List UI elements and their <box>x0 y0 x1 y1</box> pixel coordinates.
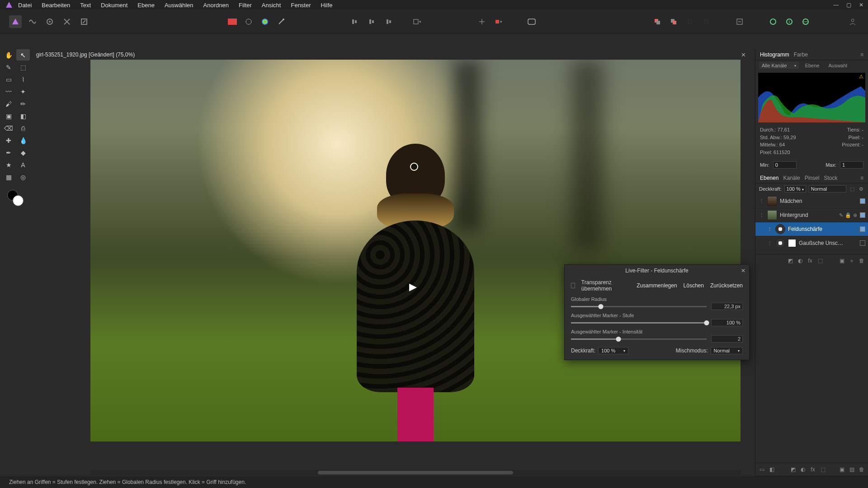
lf2-b-icon[interactable]: ◧ <box>768 466 775 473</box>
slider-intensitaet-value[interactable]: 2 <box>711 335 743 343</box>
tb-pixel-dropdown[interactable]: ▾ <box>492 15 505 28</box>
live-filter-dialog[interactable]: Live-Filter - Feldunschärfe ✕ Transparen… <box>564 264 750 360</box>
slider-intensitaet[interactable] <box>571 338 707 340</box>
lf-group-icon[interactable]: ▣ <box>838 257 845 264</box>
menu-datei[interactable]: Datei <box>18 2 32 9</box>
layer-check[interactable] <box>860 240 865 246</box>
window-maximize-icon[interactable]: ▢ <box>845 2 852 8</box>
blur-marker-handle[interactable] <box>410 163 418 171</box>
visibility-icon[interactable]: ⋮ <box>766 226 773 232</box>
tb-order-back-icon[interactable] <box>651 15 664 28</box>
layer-maedchen[interactable]: ⋮ Mädchen <box>755 194 868 208</box>
merge-button[interactable]: Zusammenlegen <box>637 282 677 289</box>
layer-check[interactable] <box>860 226 865 232</box>
tool-eraser-icon[interactable]: ⌫ <box>2 122 15 134</box>
tb-preview-icon[interactable] <box>525 15 538 28</box>
layer-check[interactable] <box>860 212 865 218</box>
slider-stufe[interactable] <box>571 322 707 324</box>
lf2-d-icon[interactable]: ◐ <box>799 466 807 473</box>
lf-add-icon[interactable]: ＋ <box>848 257 855 264</box>
reset-button[interactable]: Zurücksetzen <box>710 282 743 289</box>
lf2-g-icon[interactable]: ▣ <box>838 466 845 473</box>
tool-crop-icon[interactable]: ⬚ <box>16 61 30 73</box>
tb-circle-icon[interactable] <box>242 15 255 28</box>
transparency-checkbox[interactable] <box>571 283 575 288</box>
tb-sync-icon[interactable] <box>767 15 779 28</box>
tb-more2-icon[interactable]: ⬚ <box>700 15 712 28</box>
tb-gradient-icon[interactable] <box>226 15 239 28</box>
tab-ebenen[interactable]: Ebenen <box>760 175 778 181</box>
menu-bearbeiten[interactable]: Bearbeiten <box>42 2 70 9</box>
tool-blur-icon[interactable]: 💧 <box>16 135 30 146</box>
menu-filter[interactable]: Filter <box>239 2 252 9</box>
lock-icon[interactable]: 🔒 <box>845 212 851 218</box>
tb-align-left-icon[interactable] <box>349 15 362 28</box>
lf2-c-icon[interactable]: ◩ <box>789 466 797 473</box>
tool-brush-icon[interactable]: 🖌 <box>2 98 15 109</box>
lf2-a-icon[interactable]: ▭ <box>758 466 765 473</box>
canvas-hscrollbar[interactable] <box>90 470 741 475</box>
tb-align-center-icon[interactable] <box>365 15 378 28</box>
canvas[interactable]: ▶ <box>90 60 741 441</box>
persona-export-icon[interactable] <box>78 15 90 28</box>
delete-button[interactable]: Löschen <box>684 282 704 289</box>
hist-btn-ebene[interactable]: Ebene <box>802 62 822 69</box>
layers-menu-icon[interactable]: ≡ <box>860 175 863 181</box>
tab-stock[interactable]: Stock <box>824 175 837 181</box>
menu-dokument[interactable]: Dokument <box>101 2 127 9</box>
tb-wand-icon[interactable] <box>275 15 288 28</box>
tb-snap-icon[interactable] <box>476 15 488 28</box>
max-input[interactable] <box>840 161 863 169</box>
link-icon[interactable]: ⊕ <box>853 212 857 218</box>
tool-gradient-icon[interactable]: ◧ <box>16 110 30 122</box>
tool-heal-icon[interactable]: ✚ <box>2 135 15 146</box>
tab-histogram[interactable]: Histogramm <box>760 52 789 58</box>
tool-grid-icon[interactable]: ▦ <box>2 171 15 183</box>
tool-pen-icon[interactable]: ✒ <box>2 147 15 158</box>
layer-check[interactable] <box>860 198 865 204</box>
slider-stufe-value[interactable]: 100 % <box>711 319 743 326</box>
lf2-e-icon[interactable]: fx <box>809 466 816 473</box>
tb-align-right-icon[interactable] <box>382 15 394 28</box>
lf2-i-icon[interactable]: 🗑 <box>858 466 865 473</box>
tb-account-icon[interactable] <box>846 15 859 28</box>
menu-ansicht[interactable]: Ansicht <box>262 2 281 9</box>
persona-tone-icon[interactable] <box>61 15 73 28</box>
lf-delete-icon[interactable]: 🗑 <box>858 257 865 264</box>
visibility-icon[interactable]: ⋮ <box>766 240 773 246</box>
tool-target-icon[interactable]: ◎ <box>16 171 30 183</box>
panel-menu-icon[interactable]: ≡ <box>860 52 863 58</box>
menu-anordnen[interactable]: Anordnen <box>203 2 229 9</box>
tool-text-icon[interactable]: A <box>16 159 30 170</box>
visibility-icon[interactable]: ⋮ <box>758 198 764 204</box>
lf2-h-icon[interactable]: ▤ <box>848 466 855 473</box>
tb-assistant-icon[interactable] <box>733 15 746 28</box>
filter-close-icon[interactable]: ✕ <box>741 267 745 274</box>
tool-star-icon[interactable]: ★ <box>2 159 15 170</box>
tool-hand-icon[interactable]: ✋ <box>2 49 15 61</box>
tab-pinsel[interactable]: Pinsel <box>805 175 820 181</box>
hist-btn-auswahl[interactable]: Auswahl <box>826 62 850 69</box>
menu-ebene[interactable]: Ebene <box>137 2 155 9</box>
tab-kanaele[interactable]: Kanäle <box>783 175 800 181</box>
tool-selection-icon[interactable]: ▭ <box>2 74 15 85</box>
tool-magic-icon[interactable]: ✦ <box>16 86 30 97</box>
menu-auswaehlen[interactable]: Auswählen <box>165 2 193 9</box>
slider-radius[interactable] <box>571 306 707 307</box>
layer-feldunschaerfe[interactable]: ⋮ Feldunschärfe <box>755 222 868 236</box>
layer-hintergrund[interactable]: ⋮ Hintergrund ✎🔒⊕ <box>755 208 868 222</box>
tool-move-icon[interactable]: ↖ <box>16 49 30 61</box>
tool-freehand-icon[interactable]: 〰 <box>2 86 15 97</box>
tool-fill-icon[interactable]: ▣ <box>2 110 15 122</box>
tb-cloud-icon[interactable] <box>783 15 796 28</box>
lf-fx-icon[interactable]: fx <box>807 257 814 264</box>
swatch-foreground[interactable] <box>13 195 24 206</box>
persona-develop-icon[interactable] <box>43 15 56 28</box>
window-minimize-icon[interactable]: — <box>833 2 839 8</box>
menu-hilfe[interactable]: Hilfe <box>321 2 333 9</box>
filter-opacity-dropdown[interactable]: 100 %▾ <box>598 347 628 354</box>
tb-order-front-icon[interactable] <box>667 15 680 28</box>
persona-photo-icon[interactable] <box>9 15 22 28</box>
lf-mask-icon[interactable]: ◩ <box>787 257 794 264</box>
tb-crop-dropdown[interactable]: ▾ <box>410 15 423 28</box>
